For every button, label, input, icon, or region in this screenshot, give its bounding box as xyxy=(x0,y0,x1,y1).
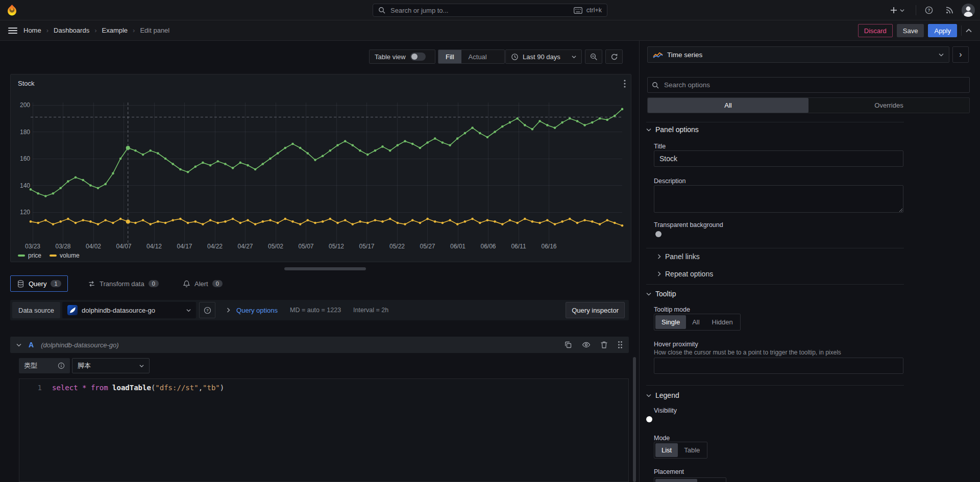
fill-mode-button[interactable]: Fill xyxy=(438,50,461,63)
info-circle-icon[interactable] xyxy=(58,362,65,369)
apply-button[interactable]: Apply xyxy=(928,24,957,37)
grafana-logo-icon[interactable] xyxy=(6,4,18,17)
series-point-volume xyxy=(277,222,279,224)
collapse-options-chevron-up-icon[interactable] xyxy=(966,29,972,33)
chart-legend: pricevolume xyxy=(18,252,80,259)
collapse-query-chevron-down-icon[interactable] xyxy=(16,343,21,347)
datasource-help-button[interactable]: ? xyxy=(199,302,215,318)
series-point-price xyxy=(404,140,406,143)
chevron-down-icon xyxy=(646,128,651,132)
hover-proximity-input[interactable] xyxy=(654,358,903,374)
tab-all[interactable]: All xyxy=(648,98,808,113)
menu-hamburger-icon[interactable] xyxy=(8,28,17,34)
x-axis-label: 05/07 xyxy=(298,243,313,250)
series-point-volume xyxy=(164,222,167,224)
options-pane-divider[interactable] xyxy=(639,41,640,482)
options-search[interactable] xyxy=(647,77,970,93)
series-point-price xyxy=(583,124,586,126)
breadcrumb-example[interactable]: Example xyxy=(102,27,128,34)
panel-description-textarea[interactable] xyxy=(654,185,903,213)
discard-button[interactable]: Discard xyxy=(858,24,893,37)
tab-transform-data[interactable]: Transform data 0 xyxy=(82,275,165,292)
series-point-volume xyxy=(501,223,504,225)
options-search-input[interactable] xyxy=(663,81,965,89)
save-button[interactable]: Save xyxy=(897,24,924,37)
query-options-chevron-right-icon[interactable] xyxy=(227,308,230,313)
series-point-price xyxy=(464,132,467,135)
user-avatar[interactable] xyxy=(962,4,975,17)
help-icon[interactable]: ? xyxy=(925,6,933,14)
table-view-label: Table view xyxy=(375,53,406,61)
vertical-scrollbar-thumb[interactable] xyxy=(633,357,636,482)
tab-overrides[interactable]: Overrides xyxy=(808,98,969,113)
table-view-toggle[interactable] xyxy=(410,53,426,61)
panel-links-header[interactable]: Panel links xyxy=(657,252,700,261)
y-axis-label: 140 xyxy=(20,182,30,189)
zoom-out-button[interactable] xyxy=(585,49,602,64)
tooltip-mode-all[interactable]: All xyxy=(686,315,705,329)
x-axis-label: 06/06 xyxy=(480,243,496,250)
breadcrumb-dashboards[interactable]: Dashboards xyxy=(54,27,89,34)
series-point-price xyxy=(217,160,219,163)
legend-placement-option[interactable] xyxy=(655,479,697,482)
legend-placement-label: Placement xyxy=(654,468,684,475)
series-point-price xyxy=(381,145,384,148)
panel-title-input[interactable] xyxy=(654,150,903,167)
code-line[interactable]: select * from loadTable("dfs://st","tb") xyxy=(52,384,224,392)
tab-query[interactable]: Query 1 xyxy=(10,275,68,292)
legend-item-volume[interactable]: volume xyxy=(50,252,80,259)
series-point-price xyxy=(104,183,107,186)
new-menu-button[interactable] xyxy=(890,7,904,14)
textarea-resize-handle-icon[interactable] xyxy=(898,208,903,212)
series-point-volume xyxy=(599,223,601,225)
series-point-price xyxy=(126,146,130,150)
query-inspector-button[interactable]: Query inspector xyxy=(566,302,625,318)
visualization-picker[interactable]: Time series xyxy=(647,46,949,63)
refresh-button[interactable] xyxy=(605,49,623,64)
series-point-price xyxy=(546,124,549,126)
tooltip-header[interactable]: Tooltip xyxy=(646,290,676,298)
duplicate-query-icon[interactable] xyxy=(564,341,572,349)
query-code-editor[interactable]: 1 select * from loadTable("dfs://st","tb… xyxy=(19,378,629,482)
legend-header[interactable]: Legend xyxy=(646,391,679,399)
legend-item-price[interactable]: price xyxy=(18,252,41,259)
hide-query-eye-icon[interactable] xyxy=(582,341,591,349)
section-divider xyxy=(646,248,904,248)
legend-mode-list[interactable]: List xyxy=(655,443,678,457)
series-point-volume xyxy=(614,222,616,224)
global-search[interactable]: ctrl+k xyxy=(373,4,607,17)
series-line-volume xyxy=(31,219,622,225)
type-select[interactable]: 脚本 xyxy=(72,358,150,373)
drag-handle-icon[interactable] xyxy=(618,341,623,349)
series-point-volume xyxy=(442,222,444,224)
series-point-volume xyxy=(606,219,608,222)
collapse-pane-button[interactable]: › xyxy=(952,46,969,63)
tab-alert[interactable]: Alert 0 xyxy=(177,275,229,292)
delete-query-trash-icon[interactable] xyxy=(600,341,608,349)
breadcrumb-separator: › xyxy=(94,27,96,34)
series-point-price xyxy=(52,192,55,195)
repeat-options-header[interactable]: Repeat options xyxy=(657,270,713,278)
legend-placement-radio[interactable] xyxy=(654,477,726,482)
tooltip-mode-hidden[interactable]: Hidden xyxy=(706,315,739,329)
series-point-price xyxy=(442,141,444,144)
query-options-link[interactable]: Query options xyxy=(236,307,278,314)
series-point-price xyxy=(599,117,601,120)
news-rss-icon[interactable] xyxy=(945,6,953,14)
refresh-icon xyxy=(610,53,618,61)
legend-mode-table[interactable]: Table xyxy=(678,443,706,457)
stock-chart[interactable]: 20018016014012003/2303/2804/0204/0704/12… xyxy=(11,74,631,262)
time-range-picker[interactable]: Last 90 days xyxy=(505,49,582,64)
global-search-input[interactable] xyxy=(389,6,570,15)
tooltip-mode-single[interactable]: Single xyxy=(655,315,686,329)
series-point-volume xyxy=(621,224,624,227)
query-row-header[interactable]: A (dolphindb-datasource-go) xyxy=(10,337,629,353)
actual-mode-button[interactable]: Actual xyxy=(461,50,494,63)
horizontal-scrollbar-thumb[interactable] xyxy=(284,267,366,270)
series-point-volume xyxy=(419,222,422,224)
series-point-price xyxy=(209,164,212,167)
header-actions: Discard Save Apply xyxy=(858,24,972,37)
panel-options-header[interactable]: Panel options xyxy=(646,125,699,134)
datasource-picker[interactable]: dolphindb-datasource-go xyxy=(62,302,196,318)
breadcrumb-home[interactable]: Home xyxy=(23,27,41,34)
